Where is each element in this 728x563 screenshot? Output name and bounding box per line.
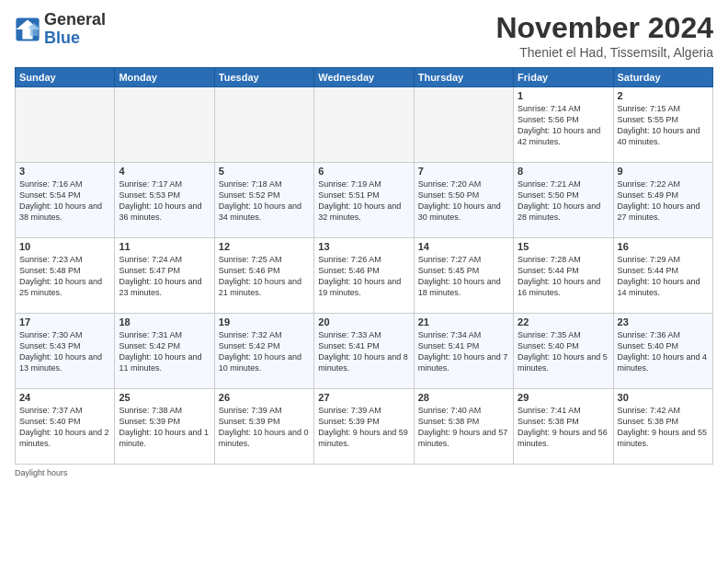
location: Theniet el Had, Tissemsilt, Algeria [495, 45, 713, 60]
logo-blue: Blue [44, 29, 80, 47]
table-row [414, 87, 513, 163]
day-number: 19 [219, 316, 310, 327]
table-row [214, 87, 313, 163]
day-number: 21 [418, 316, 509, 327]
day-info: Sunrise: 7:23 AMSunset: 5:48 PMDaylight:… [19, 254, 110, 299]
day-info: Sunrise: 7:22 AMSunset: 5:49 PMDaylight:… [618, 178, 709, 224]
table-row: 17Sunrise: 7:30 AMSunset: 5:43 PMDayligh… [16, 314, 115, 389]
day-number: 27 [318, 392, 409, 403]
table-row: 5Sunrise: 7:18 AMSunset: 5:52 PMDaylight… [214, 163, 313, 238]
table-row: 16Sunrise: 7:29 AMSunset: 5:44 PMDayligh… [613, 238, 712, 314]
table-row: 14Sunrise: 7:27 AMSunset: 5:45 PMDayligh… [414, 238, 513, 314]
day-number: 1 [518, 90, 609, 101]
table-row: 29Sunrise: 7:41 AMSunset: 5:38 PMDayligh… [514, 389, 613, 465]
day-info: Sunrise: 7:35 AMSunset: 5:40 PMDaylight:… [518, 329, 609, 374]
day-info: Sunrise: 7:39 AMSunset: 5:39 PMDaylight:… [219, 405, 310, 450]
table-row [16, 87, 115, 163]
day-number: 28 [418, 392, 509, 403]
table-row: 15Sunrise: 7:28 AMSunset: 5:44 PMDayligh… [514, 238, 613, 314]
calendar-week-row: 1Sunrise: 7:14 AMSunset: 5:56 PMDaylight… [16, 87, 713, 163]
day-info: Sunrise: 7:19 AMSunset: 5:51 PMDaylight:… [318, 178, 409, 224]
table-row: 26Sunrise: 7:39 AMSunset: 5:39 PMDayligh… [214, 389, 313, 465]
page: General Blue November 2024 Theniet el Ha… [0, 0, 728, 563]
day-info: Sunrise: 7:34 AMSunset: 5:41 PMDaylight:… [418, 329, 509, 374]
day-info: Sunrise: 7:21 AMSunset: 5:50 PMDaylight:… [518, 178, 609, 224]
day-info: Sunrise: 7:20 AMSunset: 5:50 PMDaylight:… [418, 178, 509, 224]
calendar-week-row: 10Sunrise: 7:23 AMSunset: 5:48 PMDayligh… [16, 238, 713, 314]
table-row: 4Sunrise: 7:17 AMSunset: 5:53 PMDaylight… [115, 163, 214, 238]
table-row: 27Sunrise: 7:39 AMSunset: 5:39 PMDayligh… [314, 389, 414, 465]
table-row: 25Sunrise: 7:38 AMSunset: 5:39 PMDayligh… [115, 389, 214, 465]
day-number: 5 [219, 166, 310, 177]
table-row: 28Sunrise: 7:40 AMSunset: 5:38 PMDayligh… [414, 389, 513, 465]
day-number: 13 [318, 241, 409, 252]
day-number: 20 [318, 316, 409, 327]
title-area: November 2024 Theniet el Had, Tissemsilt… [495, 11, 713, 60]
day-info: Sunrise: 7:42 AMSunset: 5:38 PMDaylight:… [618, 405, 709, 450]
header: General Blue November 2024 Theniet el Ha… [15, 11, 713, 60]
day-info: Sunrise: 7:29 AMSunset: 5:44 PMDaylight:… [618, 254, 709, 299]
day-number: 15 [518, 241, 609, 252]
day-number: 26 [219, 392, 310, 403]
day-number: 9 [618, 166, 709, 177]
day-info: Sunrise: 7:17 AMSunset: 5:53 PMDaylight:… [119, 178, 210, 224]
footer: Daylight hours [15, 468, 713, 477]
col-thursday: Thursday [414, 68, 513, 87]
day-number: 12 [219, 241, 310, 252]
table-row: 24Sunrise: 7:37 AMSunset: 5:40 PMDayligh… [16, 389, 115, 465]
day-number: 17 [19, 316, 110, 327]
day-number: 14 [418, 241, 509, 252]
day-number: 25 [119, 392, 210, 403]
day-info: Sunrise: 7:30 AMSunset: 5:43 PMDaylight:… [19, 329, 110, 374]
logo-text: General Blue [44, 11, 106, 48]
table-row: 3Sunrise: 7:16 AMSunset: 5:54 PMDaylight… [16, 163, 115, 238]
day-info: Sunrise: 7:28 AMSunset: 5:44 PMDaylight:… [518, 254, 609, 299]
day-info: Sunrise: 7:14 AMSunset: 5:56 PMDaylight:… [518, 103, 609, 148]
day-info: Sunrise: 7:31 AMSunset: 5:42 PMDaylight:… [119, 329, 210, 374]
day-number: 10 [19, 241, 110, 252]
col-sunday: Sunday [16, 68, 115, 87]
day-number: 11 [119, 241, 210, 252]
day-number: 4 [119, 166, 210, 177]
table-row: 2Sunrise: 7:15 AMSunset: 5:55 PMDaylight… [613, 87, 712, 163]
daylight-label: Daylight hours [15, 468, 68, 477]
table-row [314, 87, 414, 163]
day-info: Sunrise: 7:40 AMSunset: 5:38 PMDaylight:… [418, 405, 509, 450]
day-info: Sunrise: 7:27 AMSunset: 5:45 PMDaylight:… [418, 254, 509, 299]
table-row: 21Sunrise: 7:34 AMSunset: 5:41 PMDayligh… [414, 314, 513, 389]
day-number: 24 [19, 392, 110, 403]
col-wednesday: Wednesday [314, 68, 414, 87]
table-row: 9Sunrise: 7:22 AMSunset: 5:49 PMDaylight… [613, 163, 712, 238]
logo-general: General [44, 10, 106, 29]
table-row: 7Sunrise: 7:20 AMSunset: 5:50 PMDaylight… [414, 163, 513, 238]
day-number: 2 [618, 90, 709, 101]
day-number: 29 [518, 392, 609, 403]
calendar-week-row: 3Sunrise: 7:16 AMSunset: 5:54 PMDaylight… [16, 163, 713, 238]
day-number: 22 [518, 316, 609, 327]
day-info: Sunrise: 7:16 AMSunset: 5:54 PMDaylight:… [19, 178, 110, 224]
day-number: 16 [618, 241, 709, 252]
day-info: Sunrise: 7:32 AMSunset: 5:42 PMDaylight:… [219, 329, 310, 374]
table-row: 11Sunrise: 7:24 AMSunset: 5:47 PMDayligh… [115, 238, 214, 314]
day-info: Sunrise: 7:18 AMSunset: 5:52 PMDaylight:… [219, 178, 310, 224]
table-row: 18Sunrise: 7:31 AMSunset: 5:42 PMDayligh… [115, 314, 214, 389]
day-number: 8 [518, 166, 609, 177]
table-row [115, 87, 214, 163]
calendar-table: Sunday Monday Tuesday Wednesday Thursday… [15, 67, 713, 465]
table-row: 8Sunrise: 7:21 AMSunset: 5:50 PMDaylight… [514, 163, 613, 238]
calendar-week-row: 17Sunrise: 7:30 AMSunset: 5:43 PMDayligh… [16, 314, 713, 389]
day-number: 30 [618, 392, 709, 403]
day-info: Sunrise: 7:38 AMSunset: 5:39 PMDaylight:… [119, 405, 210, 450]
day-info: Sunrise: 7:26 AMSunset: 5:46 PMDaylight:… [318, 254, 409, 299]
day-info: Sunrise: 7:33 AMSunset: 5:41 PMDaylight:… [318, 329, 409, 374]
day-number: 18 [119, 316, 210, 327]
table-row: 23Sunrise: 7:36 AMSunset: 5:40 PMDayligh… [613, 314, 712, 389]
day-number: 7 [418, 166, 509, 177]
month-title: November 2024 [495, 11, 713, 45]
col-tuesday: Tuesday [214, 68, 313, 87]
col-friday: Friday [514, 68, 613, 87]
day-info: Sunrise: 7:25 AMSunset: 5:46 PMDaylight:… [219, 254, 310, 299]
day-info: Sunrise: 7:24 AMSunset: 5:47 PMDaylight:… [119, 254, 210, 299]
day-info: Sunrise: 7:37 AMSunset: 5:40 PMDaylight:… [19, 405, 110, 450]
calendar-week-row: 24Sunrise: 7:37 AMSunset: 5:40 PMDayligh… [16, 389, 713, 465]
